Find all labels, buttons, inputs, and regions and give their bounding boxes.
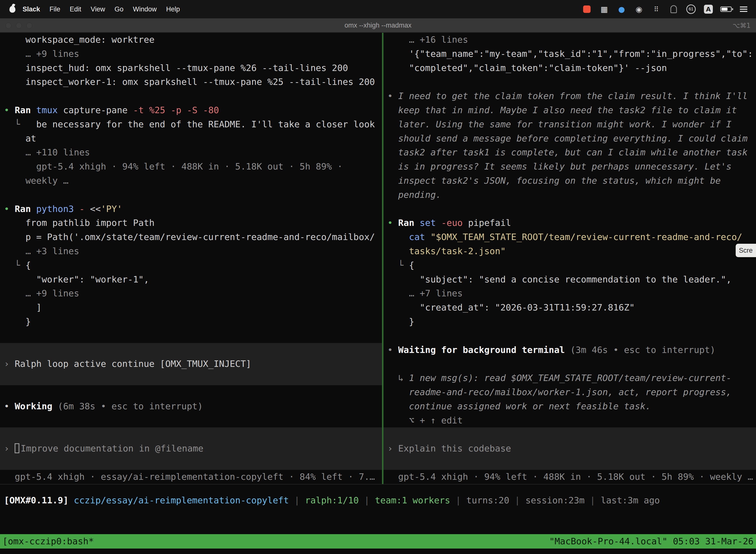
input-band-line	[383, 456, 756, 470]
screenshot-notification[interactable]: Scre	[736, 244, 756, 257]
terminal-line: pending.	[387, 188, 756, 202]
screen-recording-icon[interactable]	[581, 3, 592, 15]
terminal-line: later. Using the same for transition mig…	[387, 117, 756, 131]
battery-percent-text: 61	[686, 4, 696, 14]
window-shortcut-hint: ⌥⌘1	[733, 18, 751, 33]
minimize-button[interactable]	[16, 22, 22, 29]
terminal-line: workspace_mode: worktree	[4, 33, 382, 47]
input-band-line	[0, 428, 382, 442]
terminal-line: cat "$OMX_TEAM_STATE_ROOT/team/review-cu…	[387, 230, 756, 244]
blue-app-icon[interactable]	[616, 3, 627, 15]
terminal-line: inspect_hud: omx sparkshell --tmux-pane …	[4, 61, 382, 75]
apple-menu-icon[interactable]	[7, 4, 18, 15]
tmux-host-time: "MacBook-Pro-44.local" 05:03 31-Mar-26	[549, 535, 754, 549]
terminal-line: "created_at": "2026-03-31T11:59:27.816Z"	[387, 300, 756, 315]
window-title-bar[interactable]: omx --xhigh --madmax ⌥⌘1	[0, 18, 756, 33]
terminal-line: … +3 lines	[4, 244, 382, 258]
terminal-line	[4, 385, 382, 399]
terminal-line: … +9 lines	[4, 286, 382, 300]
menu-item-view[interactable]: View	[86, 5, 110, 13]
battery-charging-icon[interactable]	[720, 3, 732, 15]
terminal-line: "subject": "send a concise recommendatio…	[387, 273, 756, 287]
tmux-pane-left[interactable]: workspace_mode: worktree … +9 lines insp…	[0, 33, 382, 484]
input-source-icon[interactable]: A	[703, 3, 714, 15]
terminal-line: • I need to get the claim token from the…	[387, 89, 756, 103]
terminal-line: "completed","claim_token":"claim-token"}…	[387, 61, 756, 75]
terminal-line	[4, 89, 382, 103]
omx-status-line: [OMX#0.11.9] cczip/essay/ai-reimplementa…	[4, 493, 660, 508]
dots-grid-icon[interactable]	[651, 3, 662, 15]
terminal-content[interactable]: workspace_mode: worktree … +9 lines insp…	[0, 33, 756, 554]
terminal-line: • Working (6m 38s • esc to interrupt)	[4, 399, 382, 413]
tmux-pane-right[interactable]: … +16 lines '{"team_name":"my-team","tas…	[383, 33, 756, 484]
control-center-glyph	[740, 6, 747, 12]
terminal-line: gpt-5.4 xhigh · 94% left · 488K in · 5.1…	[387, 470, 756, 484]
menu-status-icons: 61 A	[581, 3, 749, 15]
tmux-status-bar: [omx-cczip0:bash* "MacBook-Pro-44.local"…	[0, 534, 756, 549]
terminal-line: }	[4, 315, 382, 329]
terminal-line: ↳ 1 new msg(s): read $OMX_TEAM_STATE_ROO…	[387, 371, 756, 385]
app-menu-slack[interactable]: Slack	[20, 5, 45, 13]
terminal-line: gpt-5.4 xhigh · 94% left · 488K in · 5.1…	[4, 160, 382, 174]
terminal-line: from pathlib import Path	[4, 216, 382, 230]
input-band-line	[0, 371, 382, 385]
terminal-line: • Ran python3 - <<'PY'	[4, 202, 382, 216]
text-cursor	[15, 443, 19, 453]
terminal-line: • Waiting for background terminal (3m 46…	[387, 343, 756, 357]
menu-bar-left: Slack FileEditViewGoWindowHelp	[7, 4, 185, 15]
terminal-line: should send a message before completing …	[387, 131, 756, 146]
terminal-line: inspect task2's JSON, focusing on the st…	[387, 174, 756, 188]
menu-bar: Slack FileEditViewGoWindowHelp 61 A	[0, 0, 756, 18]
battery-percent-badge[interactable]: 61	[686, 3, 696, 15]
window-title: omx --xhigh --madmax	[344, 21, 412, 29]
profile-icon[interactable]	[668, 3, 679, 15]
terminal-line: at	[4, 131, 382, 146]
recording-indicator	[583, 5, 590, 13]
menu-item-file[interactable]: File	[45, 5, 65, 13]
menu-item-help[interactable]: Help	[162, 5, 185, 13]
input-band-line	[0, 343, 382, 357]
terminal-line	[387, 329, 756, 343]
menu-items: FileEditViewGoWindowHelp	[45, 5, 185, 13]
input-band-line: › Improve documentation in @filename	[0, 442, 382, 456]
traffic-lights	[5, 18, 32, 33]
input-band-line	[383, 428, 756, 442]
input-band-line: › Explain this codebase	[383, 442, 756, 456]
terminal-line: '{"team_name":"my-team","task_id":"1","f…	[387, 47, 756, 61]
zoom-button[interactable]	[26, 22, 32, 29]
terminal-line: ]	[4, 300, 382, 315]
terminal-line: task2 after task1 is complete, but can I…	[387, 146, 756, 160]
terminal-line: … +16 lines	[387, 33, 756, 47]
terminal-line: keep that in mind. Maybe I also need the…	[387, 103, 756, 117]
terminal-line: "worker": "worker-1",	[4, 273, 382, 287]
terminal-line: … +110 lines	[4, 146, 382, 160]
control-center-icon[interactable]	[738, 3, 749, 15]
terminal-line	[4, 329, 382, 343]
terminal-line: • Ran set -euo pipefail	[387, 216, 756, 230]
menu-item-edit[interactable]: Edit	[65, 5, 86, 13]
notification-text: Scre	[739, 243, 753, 258]
terminal-line: • Ran tmux capture-pane -t %25 -p -S -80	[4, 103, 382, 117]
apple-logo	[9, 6, 15, 13]
tmux-session-info: [omx-cczip0:bash*	[2, 535, 94, 549]
terminal-line: └ {	[4, 258, 382, 273]
terminal-line: gpt-5.4 xhigh · essay/ai-reimplementatio…	[4, 470, 382, 484]
terminal-line: p = Path('.omx/state/team/review-current…	[4, 230, 382, 244]
input-band-line: › Ralph loop active continue [OMX_TMUX_I…	[0, 357, 382, 371]
terminal-line: … +9 lines	[4, 47, 382, 61]
menu-item-window[interactable]: Window	[128, 5, 162, 13]
window-manager-icon[interactable]	[599, 3, 610, 15]
terminal-line: └ {	[387, 258, 756, 273]
terminal-line: └ be necessary for the end of the README…	[4, 117, 382, 131]
battery-fill	[721, 8, 728, 11]
terminal-line: }	[387, 315, 756, 329]
input-band-line	[0, 456, 382, 470]
record-dot-icon[interactable]	[633, 3, 644, 15]
close-button[interactable]	[5, 22, 11, 29]
terminal-line	[387, 75, 756, 89]
menu-item-go[interactable]: Go	[110, 5, 128, 13]
terminal-line	[4, 188, 382, 202]
terminal-line: ⌥ + ↑ edit	[387, 413, 756, 428]
pane-bottom-border	[0, 484, 756, 485]
terminal-line: inspect_worker-1: omx sparkshell --tmux-…	[4, 75, 382, 89]
